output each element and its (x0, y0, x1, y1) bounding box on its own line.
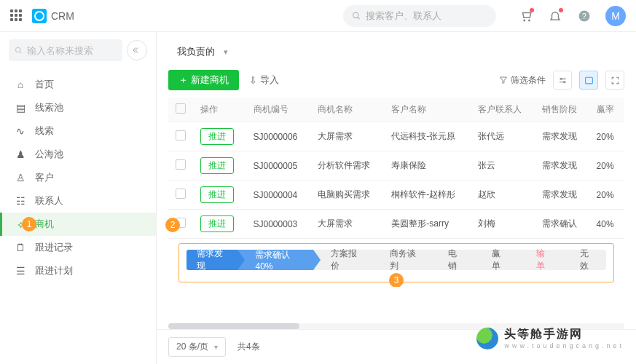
cell-name: 电脑购买需求 (310, 181, 384, 210)
row-checkbox[interactable] (176, 130, 186, 141)
filter-button[interactable]: 筛选条件 (499, 74, 546, 87)
svg-line-7 (20, 51, 21, 52)
column-header[interactable]: 客户名称 (384, 98, 471, 122)
push-button[interactable]: 推进 (200, 128, 234, 145)
cell-rate: 40% (589, 210, 624, 239)
cart-icon[interactable] (518, 8, 534, 24)
help-icon[interactable]: ? (576, 8, 592, 24)
global-search-input[interactable] (366, 10, 487, 21)
nav-label: 公海池 (35, 148, 63, 161)
nav-label: 线索池 (35, 101, 63, 114)
nav-label: 联系人 (35, 194, 63, 207)
import-button[interactable]: ⇩导入 (249, 74, 279, 87)
column-header[interactable]: 操作 (193, 98, 246, 122)
sidebar-item-6[interactable]: ⟡商机1 (0, 213, 156, 236)
push-button[interactable]: 推进 (200, 157, 234, 174)
cell-name: 分析软件需求 (310, 151, 384, 181)
nav-label: 跟进计划 (35, 264, 73, 277)
svg-point-2 (524, 20, 525, 21)
push-button[interactable]: 推进 (200, 186, 234, 203)
svg-text:?: ? (582, 11, 586, 20)
list-icon (584, 76, 594, 85)
new-opportunity-button[interactable]: ＋新建商机 (168, 70, 239, 90)
sidebar-item-0[interactable]: ⌂首页 (0, 73, 156, 96)
cell-code: SJ0000003 (246, 210, 311, 239)
svg-line-1 (358, 17, 360, 19)
nav-icon: ♟ (15, 149, 26, 160)
cell-code: SJ0000005 (246, 151, 311, 181)
list-view-button[interactable] (579, 71, 598, 90)
row-checkbox[interactable] (176, 159, 186, 170)
cell-rate: 20% (589, 151, 624, 181)
annotation-marker-3: 3 (389, 273, 404, 287)
settings-icon-button[interactable] (553, 71, 572, 90)
cell-rate: 20% (589, 181, 624, 210)
column-header[interactable]: 商机编号 (246, 98, 311, 122)
cell-contact: 赵欣 (471, 181, 535, 210)
cell-customer: 代远科技-张元原 (384, 122, 471, 151)
column-header[interactable]: 客户联系人 (471, 98, 535, 122)
cell-rate: 20% (589, 122, 624, 151)
funnel-icon (499, 76, 508, 84)
stage-step[interactable]: 商务谈判 (372, 250, 431, 270)
sliders-icon (558, 76, 568, 85)
table-row[interactable]: 2 推进 SJ0000003 大屏需求 美圆整形-sarry 刘梅 需求确认 4… (168, 210, 624, 239)
cell-stage: 需求确认 (535, 210, 589, 239)
nav-label: 线索 (35, 124, 54, 138)
sidebar-item-4[interactable]: ♙客户 (0, 166, 156, 189)
cell-contact: 张云 (471, 151, 535, 181)
column-header[interactable]: 赢率 (589, 98, 624, 122)
watermark: 头等舱手游网 www.toudengcang.net (476, 327, 624, 349)
table-row[interactable]: 推进 SJ0000004 电脑购买需求 桐梓软件-赵梓彤 赵欣 需求发现 20% (168, 181, 624, 210)
row-checkbox[interactable] (176, 189, 186, 199)
nav-icon: ▤ (15, 102, 26, 114)
sidebar-item-5[interactable]: ☷联系人 (0, 189, 156, 213)
logo-mark-icon (32, 9, 47, 23)
sidebar-search-input[interactable] (27, 45, 117, 56)
cell-name: 大屏需求 (310, 122, 384, 151)
stage-step[interactable]: 需求确认 40% (237, 250, 313, 270)
user-avatar[interactable]: M (605, 6, 626, 26)
scope-dropdown[interactable]: 我负责的 ▾ (168, 41, 237, 63)
annotation-marker-2: 2 (165, 218, 180, 232)
collapse-sidebar-button[interactable] (127, 40, 147, 60)
nav-icon: ♙ (15, 172, 26, 183)
cell-code: SJ0000004 (246, 181, 311, 210)
column-header[interactable]: 销售阶段 (535, 98, 589, 122)
cell-contact: 张代远 (471, 122, 535, 151)
cell-name: 大屏需求 (310, 210, 384, 239)
svg-point-6 (15, 47, 20, 52)
nav-label: 客户 (35, 171, 54, 184)
sidebar-item-3[interactable]: ♟公海池 (0, 143, 156, 166)
stage-step[interactable]: 需求发现 (187, 250, 237, 270)
badge-dot (559, 8, 563, 12)
sidebar-item-8[interactable]: ☰跟进计划 (0, 259, 156, 282)
sidebar-item-2[interactable]: ∿线索 (0, 119, 156, 143)
bell-icon[interactable] (547, 8, 563, 24)
nav-icon: ☰ (15, 265, 26, 277)
page-size-select[interactable]: 20 条/页 ▾ (168, 337, 226, 357)
download-icon: ⇩ (249, 75, 257, 86)
sidebar-item-1[interactable]: ▤线索池 (0, 96, 156, 119)
nav-label: 商机 (35, 218, 54, 231)
sidebar-search[interactable] (9, 39, 122, 61)
stage-step[interactable]: 方案报价 (313, 250, 372, 270)
cell-code: SJ0000006 (246, 122, 311, 151)
svg-point-8 (560, 78, 562, 79)
global-search[interactable] (343, 5, 496, 27)
plus-icon: ＋ (178, 74, 188, 87)
apps-grid-icon[interactable] (10, 9, 23, 23)
column-header[interactable]: 商机名称 (310, 98, 384, 122)
table-row[interactable]: 推进 SJ0000005 分析软件需求 寿康保险 张云 需求发现 20% (168, 151, 624, 181)
svg-point-9 (563, 81, 565, 82)
sidebar-item-7[interactable]: 🗒跟进记录 (0, 236, 156, 259)
select-all-checkbox[interactable] (176, 103, 186, 114)
expand-button[interactable] (605, 71, 624, 90)
table-row[interactable]: 推进 SJ0000006 大屏需求 代远科技-张元原 张代远 需求发现 20% (168, 122, 624, 151)
nav-icon: ⌂ (15, 79, 26, 90)
scrollbar-thumb[interactable] (168, 323, 299, 329)
cell-stage: 需求发现 (535, 122, 589, 151)
nav-icon: 🗒 (15, 242, 26, 253)
app-name: CRM (51, 10, 74, 22)
push-button[interactable]: 推进 (200, 215, 234, 232)
